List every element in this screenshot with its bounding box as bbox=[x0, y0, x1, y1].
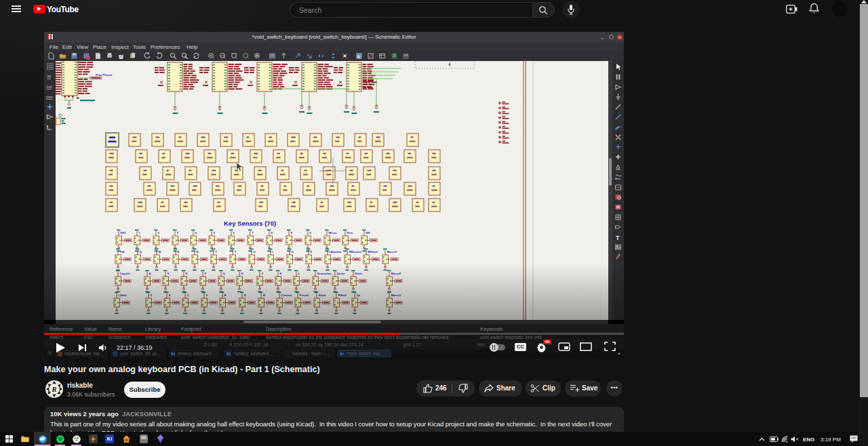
svg-text:LBracket: LBracket bbox=[330, 250, 342, 254]
svg-text:Y: Y bbox=[235, 250, 237, 254]
svg-text:Macro1: Macro1 bbox=[387, 250, 397, 254]
svg-text:W: W bbox=[159, 250, 161, 254]
svg-text:G: G bbox=[223, 272, 225, 275]
svg-text:B: B bbox=[224, 293, 226, 297]
svg-text:Plus: Plus bbox=[347, 231, 354, 235]
svg-text:T: T bbox=[616, 235, 620, 241]
svg-text:C: C bbox=[187, 293, 189, 297]
svg-text:N: N bbox=[244, 293, 246, 297]
svg-text:P: P bbox=[311, 250, 313, 254]
svg-text:BSlash: BSlash bbox=[368, 250, 378, 254]
svg-text:D: D bbox=[186, 272, 188, 275]
svg-text:U: U bbox=[254, 250, 256, 254]
svg-text:Minus: Minus bbox=[329, 231, 338, 235]
svg-text:RBracket: RBracket bbox=[349, 250, 362, 254]
svg-text:V: V bbox=[206, 293, 208, 297]
svg-text:Macro2: Macro2 bbox=[391, 272, 401, 275]
svg-text:mil: mil bbox=[47, 85, 52, 89]
svg-text:mm: mm bbox=[46, 95, 53, 99]
svg-text:ESC: ESC bbox=[121, 231, 127, 235]
svg-text:RShift: RShift bbox=[338, 293, 347, 297]
svg-text:Tab: Tab bbox=[120, 250, 125, 254]
svg-text:BS: BS bbox=[366, 231, 370, 235]
svg-text:Enter: Enter bbox=[355, 272, 363, 275]
svg-text:F: F bbox=[205, 272, 207, 275]
svg-text:Free Pinout: Free Pinout bbox=[96, 73, 113, 77]
svg-text:H: H bbox=[241, 272, 243, 275]
svg-text:Semicolon: Semicolon bbox=[317, 272, 332, 275]
svg-text:A: A bbox=[149, 272, 151, 275]
svg-text:Up: Up bbox=[357, 293, 361, 297]
svg-text:Key Sensors (70): Key Sensors (70) bbox=[224, 220, 276, 227]
svg-text:Slash: Slash bbox=[319, 293, 327, 297]
svg-text:R: R bbox=[51, 385, 56, 393]
svg-text:L: L bbox=[298, 272, 300, 275]
svg-text:T: T bbox=[216, 250, 218, 254]
svg-text:Z: Z bbox=[151, 293, 153, 297]
svg-text:Comma: Comma bbox=[281, 293, 292, 297]
svg-text:M: M bbox=[263, 293, 266, 297]
svg-text:CapsLk: CapsLk bbox=[120, 272, 131, 275]
svg-text:k: k bbox=[357, 54, 360, 59]
svg-text:E: E bbox=[178, 250, 180, 254]
svg-text:S: S bbox=[167, 272, 170, 275]
svg-text:in: in bbox=[47, 74, 51, 79]
svg-text:Period: Period bbox=[300, 293, 309, 297]
svg-text:Macro3: Macro3 bbox=[391, 293, 401, 297]
svg-text:LShift: LShift bbox=[119, 293, 127, 297]
svg-text:K: K bbox=[280, 272, 282, 275]
svg-text:X: X bbox=[169, 293, 171, 297]
svg-text:A: A bbox=[615, 177, 617, 180]
svg-text:I: I bbox=[273, 250, 273, 254]
svg-text:Quote: Quote bbox=[337, 272, 346, 275]
svg-text:R: R bbox=[197, 250, 199, 254]
